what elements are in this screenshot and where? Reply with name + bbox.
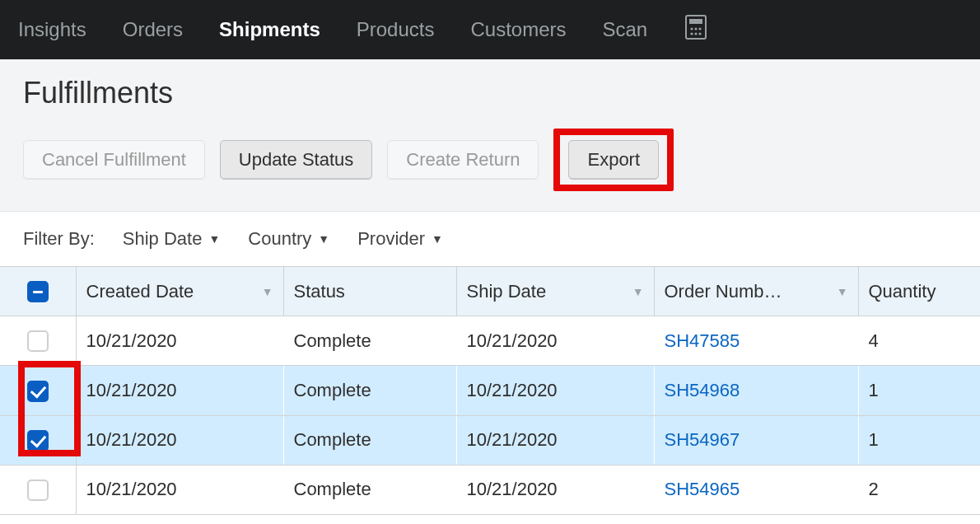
export-highlight: Export [553, 129, 674, 191]
nav-insights[interactable]: Insights [18, 18, 86, 41]
caret-down-icon: ▼ [432, 232, 443, 246]
order-link[interactable]: SH54967 [665, 429, 740, 450]
row-checkbox[interactable] [27, 330, 49, 352]
filter-country-label: Country [248, 228, 311, 250]
cell-status: Complete [283, 316, 456, 366]
cell-created: 10/21/2020 [76, 415, 283, 465]
row-checkbox-cell [0, 465, 76, 514]
sort-caret-icon: ▼ [837, 285, 848, 298]
sort-caret-icon: ▼ [632, 285, 644, 298]
svg-point-2 [691, 27, 693, 30]
table-wrap: Created Date ▼ Status Ship Date ▼ Order … [0, 266, 980, 515]
cell-order[interactable]: SH54968 [654, 366, 858, 415]
cell-status: Complete [283, 465, 456, 514]
nav-orders[interactable]: Orders [123, 18, 183, 41]
header-order[interactable]: Order Numb… ▼ [654, 267, 858, 316]
cell-ship: 10/21/2020 [456, 415, 654, 465]
export-button[interactable]: Export [568, 140, 659, 180]
top-nav: Insights Orders Shipments Products Custo… [0, 0, 980, 59]
cell-qty: 1 [858, 415, 980, 465]
table-body: 10/21/2020Complete10/21/2020SH47585410/2… [0, 316, 980, 515]
button-row: Cancel Fulfillment Update Status Create … [23, 129, 957, 191]
header-qty-label: Quantity [869, 281, 936, 302]
row-checkbox-cell [0, 366, 76, 415]
row-checkbox-cell [0, 415, 76, 465]
svg-point-6 [695, 32, 698, 35]
order-link[interactable]: SH47585 [665, 330, 740, 351]
cell-order[interactable]: SH47585 [654, 316, 858, 366]
cell-created: 10/21/2020 [76, 465, 283, 514]
update-status-button[interactable]: Update Status [220, 140, 372, 180]
sort-caret-icon: ▼ [262, 285, 273, 298]
calculator-icon[interactable] [685, 15, 707, 44]
header-ship-label: Ship Date [467, 281, 547, 302]
header-status-label: Status [294, 281, 345, 302]
filter-ship-date[interactable]: Ship Date ▼ [123, 228, 220, 250]
create-return-button[interactable]: Create Return [387, 140, 539, 180]
table-row: 10/21/2020Complete10/21/2020SH549681 [0, 366, 980, 415]
filter-ship-date-label: Ship Date [123, 228, 203, 250]
header-ship[interactable]: Ship Date ▼ [456, 267, 654, 316]
svg-point-5 [691, 32, 693, 35]
cell-qty: 1 [858, 366, 980, 415]
svg-point-4 [699, 27, 702, 30]
nav-products[interactable]: Products [357, 18, 435, 41]
row-checkbox[interactable] [27, 430, 49, 451]
caret-down-icon: ▼ [318, 232, 329, 246]
header-qty[interactable]: Quantity [858, 267, 980, 316]
toolbar: Fulfillments Cancel Fulfillment Update S… [0, 59, 980, 212]
cell-created: 10/21/2020 [76, 316, 283, 366]
filter-country[interactable]: Country ▼ [248, 228, 329, 250]
filter-by-label: Filter By: [23, 228, 95, 250]
cell-qty: 2 [858, 465, 980, 514]
page-title: Fulfillments [23, 76, 957, 110]
nav-scan[interactable]: Scan [603, 18, 648, 41]
caret-down-icon: ▼ [208, 232, 220, 246]
header-created-label: Created Date [86, 281, 194, 302]
select-all-checkbox[interactable] [27, 281, 49, 302]
cell-order[interactable]: SH54965 [654, 465, 858, 514]
cell-ship: 10/21/2020 [456, 465, 654, 514]
header-status[interactable]: Status [283, 267, 456, 316]
svg-rect-1 [689, 19, 702, 24]
filter-provider[interactable]: Provider ▼ [357, 228, 443, 250]
cell-ship: 10/21/2020 [456, 366, 654, 415]
header-checkbox-cell [0, 267, 76, 316]
filter-provider-label: Provider [357, 228, 425, 250]
fulfillments-table: Created Date ▼ Status Ship Date ▼ Order … [0, 266, 980, 515]
table-row: 10/21/2020Complete10/21/2020SH549652 [0, 465, 980, 514]
order-link[interactable]: SH54968 [665, 380, 740, 400]
row-checkbox[interactable] [27, 381, 49, 402]
header-order-label: Order Numb… [665, 281, 782, 302]
cancel-fulfillment-button[interactable]: Cancel Fulfillment [23, 140, 205, 180]
table-row: 10/21/2020Complete10/21/2020SH475854 [0, 316, 980, 366]
table-row: 10/21/2020Complete10/21/2020SH549671 [0, 415, 980, 465]
svg-point-7 [699, 32, 702, 35]
cell-ship: 10/21/2020 [456, 316, 654, 366]
nav-shipments[interactable]: Shipments [219, 18, 320, 41]
cell-order[interactable]: SH54967 [654, 415, 858, 465]
filter-row: Filter By: Ship Date ▼ Country ▼ Provide… [0, 212, 980, 266]
svg-point-3 [695, 27, 698, 30]
table-header-row: Created Date ▼ Status Ship Date ▼ Order … [0, 267, 980, 316]
cell-status: Complete [283, 366, 456, 415]
row-checkbox[interactable] [27, 480, 49, 501]
header-created[interactable]: Created Date ▼ [76, 267, 283, 316]
nav-customers[interactable]: Customers [470, 18, 566, 41]
cell-created: 10/21/2020 [76, 366, 283, 415]
row-checkbox-cell [0, 316, 76, 366]
cell-status: Complete [283, 415, 456, 465]
cell-qty: 4 [858, 316, 980, 366]
order-link[interactable]: SH54965 [665, 479, 740, 499]
